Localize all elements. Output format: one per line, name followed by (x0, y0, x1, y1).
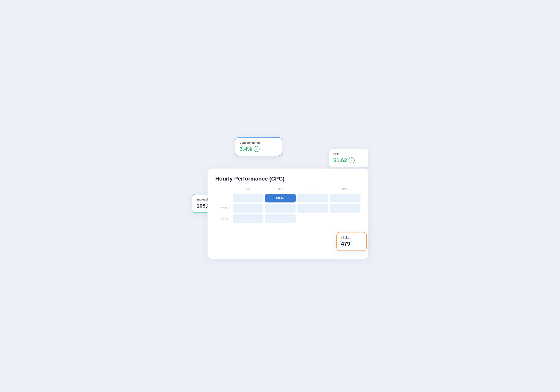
cell-2-sun[interactable] (233, 214, 263, 223)
cpc-label: CPC (333, 153, 364, 156)
conversion-up-icon: ↑ (254, 146, 260, 152)
clicks-label: Clicks (341, 236, 362, 239)
conversion-rate-card: Conversion rate 3.4% ↑ (235, 137, 282, 156)
conversion-rate-label: Conversion rate (240, 141, 277, 144)
col-header-sun: Sun (233, 187, 263, 192)
cell-2-tue (297, 214, 328, 223)
page-title: Hourly Performance (CPC) (215, 176, 360, 182)
cell-1-wed[interactable] (330, 204, 360, 213)
col-header-mon: Mon (265, 187, 296, 192)
cpc-card: CPC $1.62 ↑ (329, 149, 368, 167)
cell-2-wed (330, 214, 360, 223)
col-header-empty (215, 187, 231, 192)
cell-1-sun[interactable] (233, 204, 263, 213)
cell-0-mon[interactable]: $0.42 (265, 194, 296, 203)
scene: Conversion rate 3.4% ↑ CPC $1.62 ↑ Impre… (192, 133, 368, 259)
time-label-0 (215, 194, 231, 203)
cpc-up-icon: ↑ (349, 157, 355, 163)
clicks-card: Clicks 479 (336, 232, 367, 251)
time-label-03am: 03 AM (215, 214, 231, 223)
cell-0-tue[interactable] (297, 194, 328, 203)
conversion-rate-value: 3.4% ↑ (240, 146, 277, 152)
clicks-value: 479 (341, 241, 362, 247)
col-header-wed: Wed (330, 187, 360, 192)
cpc-value: $1.62 ↑ (333, 157, 364, 164)
cell-0-sun[interactable] (233, 194, 263, 203)
cell-0-wed[interactable] (330, 194, 360, 203)
cell-1-tue[interactable] (297, 204, 328, 213)
calendar-grid: Sun Mon Tue Wed $0.42 02 AM 03 AM (215, 187, 360, 223)
time-label-02am: 02 AM (215, 204, 231, 213)
cell-1-mon[interactable] (265, 204, 296, 213)
cell-2-mon[interactable] (265, 214, 296, 223)
col-header-tue: Tue (297, 187, 328, 192)
